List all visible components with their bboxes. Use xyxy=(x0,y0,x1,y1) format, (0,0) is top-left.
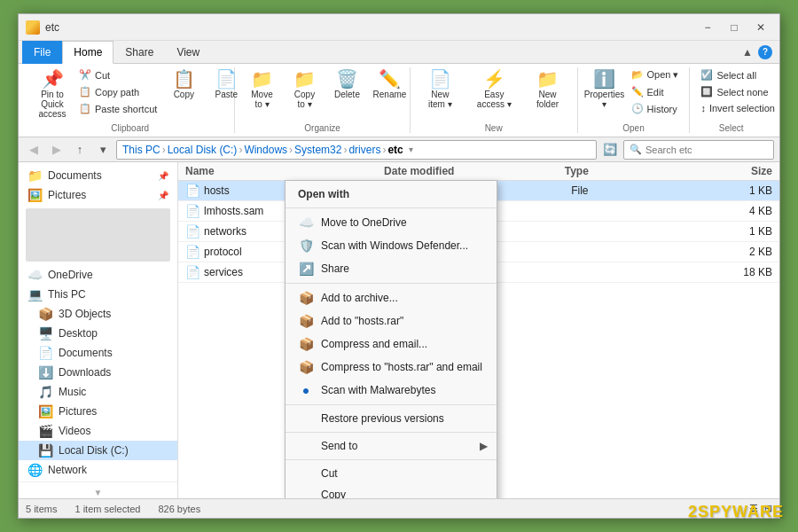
breadcrumb-windows[interactable]: Windows xyxy=(244,144,287,156)
search-input[interactable] xyxy=(645,145,768,155)
close-button[interactable]: ✕ xyxy=(749,19,772,36)
hosts-size: 1 KB xyxy=(702,184,772,197)
cm-item-restore-versions[interactable]: Restore previous versions xyxy=(286,408,497,429)
sidebar-item-desktop[interactable]: 🖥️ Desktop xyxy=(19,324,177,343)
tab-file[interactable]: File xyxy=(22,41,62,64)
edit-button[interactable]: ✏️ Edit xyxy=(628,84,683,99)
watermark: 2SPYWARE xyxy=(688,503,784,521)
cm-item-copy[interactable]: Copy xyxy=(286,484,497,498)
breadcrumb-system32[interactable]: System32 xyxy=(294,144,341,156)
sidebar-item-pictures-pinned[interactable]: 🖼️ Pictures 📌 xyxy=(19,185,177,205)
pin-to-quick-access-button[interactable]: 📌 Pin to Quickaccess xyxy=(33,67,72,121)
new-item-button[interactable]: 📄 New item ▾ xyxy=(418,67,463,112)
sidebar-item-3dobjects[interactable]: 📦 3D Objects xyxy=(19,304,177,324)
copy-path-button[interactable]: 📋 Copy path xyxy=(75,84,160,99)
sidebar-item-documents[interactable]: 📄 Documents xyxy=(19,343,177,363)
context-menu-header: Open with xyxy=(286,184,497,205)
tab-share[interactable]: Share xyxy=(113,41,165,64)
cut-button[interactable]: ✂️ Cut xyxy=(75,67,160,82)
share-icon: ↗️ xyxy=(298,262,314,276)
cm-onedrive-label: Move to OneDrive xyxy=(321,216,407,229)
properties-button[interactable]: ℹ️ Properties ▾ xyxy=(585,67,624,112)
cm-item-add-archive[interactable]: 📦 Add to archive... xyxy=(286,286,497,309)
cm-item-cut[interactable]: Cut xyxy=(286,463,497,484)
back-button[interactable]: ◀ xyxy=(24,140,43,160)
breadcrumb-etc[interactable]: etc xyxy=(387,144,403,156)
hosts-icon: 📄 xyxy=(185,184,200,198)
breadcrumb-localdisk[interactable]: Local Disk (C:) xyxy=(168,144,238,156)
easy-access-button[interactable]: ⚡ Easy access ▾ xyxy=(466,67,522,112)
new-folder-button[interactable]: 📁 New folder xyxy=(526,67,570,112)
documents-pinned-icon: 📁 xyxy=(27,168,43,183)
status-items-count: 5 items xyxy=(26,504,57,514)
address-dropdown-icon[interactable]: ▾ xyxy=(409,145,413,154)
sidebar-item-videos[interactable]: 🎬 Videos xyxy=(19,421,177,441)
cm-item-share[interactable]: ↗️ Share xyxy=(286,257,497,280)
sidebar-item-thispc[interactable]: 💻 This PC xyxy=(19,285,177,304)
copy-to-button[interactable]: 📁 Copy to ▾ xyxy=(285,67,324,112)
rename-button[interactable]: ✏️ Rename xyxy=(370,67,409,102)
select-all-button[interactable]: ☑️ Select all xyxy=(697,67,760,82)
videos-icon: 🎬 xyxy=(38,424,53,438)
sidebar-item-onedrive[interactable]: ☁️ OneDrive xyxy=(19,265,177,285)
select-none-button[interactable]: 🔲 Select none xyxy=(697,84,771,99)
sidebar-item-documents-pinned[interactable]: 📁 Documents 📌 xyxy=(19,166,177,185)
ribbon-group-clipboard: 📌 Pin to Quickaccess ✂️ Cut 📋 Copy path … xyxy=(26,67,235,133)
address-bar[interactable]: This PC › Local Disk (C:) › Windows › Sy… xyxy=(116,140,597,160)
refresh-button[interactable]: 🔄 xyxy=(600,140,620,160)
restore-button[interactable]: □ xyxy=(723,19,746,36)
up-button[interactable]: ↑ xyxy=(70,140,90,160)
sidebar-item-network[interactable]: 🌐 Network xyxy=(19,460,177,480)
move-to-button[interactable]: 📁 Move to ▾ xyxy=(242,67,281,112)
breadcrumb-thispc[interactable]: This PC xyxy=(122,144,160,156)
cm-item-malwarebytes[interactable]: ● Scan with Malwarebytes xyxy=(286,379,497,402)
easy-access-icon: ⚡ xyxy=(483,70,505,88)
hosts-type: File xyxy=(571,184,702,197)
delete-button[interactable]: 🗑️ Delete xyxy=(327,67,366,102)
select-label: Select xyxy=(697,123,765,133)
ribbon-up-arrow[interactable]: ▲ xyxy=(742,46,753,59)
invert-icon: ↕️ xyxy=(700,103,706,113)
onedrive-icon: ☁️ xyxy=(27,268,43,282)
tab-home[interactable]: Home xyxy=(62,41,113,64)
cm-item-compress-rar-email[interactable]: 📦 Compress to "hosts.rar" and email xyxy=(286,356,497,379)
sidebar-item-music[interactable]: 🎵 Music xyxy=(19,382,177,402)
address-bar-row: ◀ ▶ ↑ ▾ This PC › Local Disk (C:) › Wind… xyxy=(19,137,779,162)
window-controls: − □ ✕ xyxy=(696,19,772,36)
archive-icon: 📦 xyxy=(298,291,314,305)
sidebar-scroll-indicator: ▼ xyxy=(19,481,177,498)
cm-add-archive-label: Add to archive... xyxy=(321,292,398,304)
ribbon-group-organize: 📁 Move to ▾ 📁 Copy to ▾ 🗑️ Delete ✏️ Ren… xyxy=(235,67,410,133)
compress-email-icon: 📦 xyxy=(298,337,314,351)
cm-item-compress-email[interactable]: 📦 Compress and email... xyxy=(286,332,497,356)
forward-button[interactable]: ▶ xyxy=(47,140,66,160)
paste-shortcut-button[interactable]: 📋 Paste shortcut xyxy=(75,101,160,116)
invert-selection-button[interactable]: ↕️ Invert selection xyxy=(697,101,778,115)
status-selected-info: 1 item selected xyxy=(74,504,140,514)
sidebar-item-pictures[interactable]: 🖼️ Pictures xyxy=(19,402,177,421)
sidebar-item-localdisk[interactable]: 💾 Local Disk (C:) xyxy=(19,441,177,460)
ribbon-help-icon[interactable]: ? xyxy=(758,45,772,59)
open-button[interactable]: 📂 Open ▾ xyxy=(628,67,683,82)
cm-item-onedrive[interactable]: ☁️ Move to OneDrive xyxy=(286,211,497,234)
malwarebytes-icon: ● xyxy=(298,383,314,397)
minimize-button[interactable]: − xyxy=(696,19,719,36)
ribbon-group-open: ℹ️ Properties ▾ 📂 Open ▾ ✏️ Edit 🕒 Histo… xyxy=(578,67,691,133)
tab-view[interactable]: View xyxy=(165,41,211,64)
file-list-header: Name Date modified Type Size xyxy=(178,162,779,181)
paste-shortcut-icon: 📋 xyxy=(79,103,91,114)
search-box[interactable]: 🔍 xyxy=(623,140,774,160)
status-size: 826 bytes xyxy=(158,504,200,514)
copy-button[interactable]: 📋 Copy xyxy=(164,67,203,102)
cut-icon: ✂️ xyxy=(79,69,91,81)
cm-item-sendto[interactable]: Send to ▶ xyxy=(286,435,497,457)
cm-item-add-hosts-rar[interactable]: 📦 Add to "hosts.rar" xyxy=(286,309,497,332)
select-all-icon: ☑️ xyxy=(700,69,713,81)
breadcrumb-drivers[interactable]: drivers xyxy=(348,144,380,156)
recent-button[interactable]: ▾ xyxy=(93,140,113,160)
history-button[interactable]: 🕒 History xyxy=(628,101,683,116)
sidebar-item-downloads[interactable]: ⬇️ Downloads xyxy=(19,363,177,382)
cm-item-defender[interactable]: 🛡️ Scan with Windows Defender... xyxy=(286,234,497,257)
paste-icon: 📄 xyxy=(215,70,238,88)
separator-4 xyxy=(286,432,497,433)
